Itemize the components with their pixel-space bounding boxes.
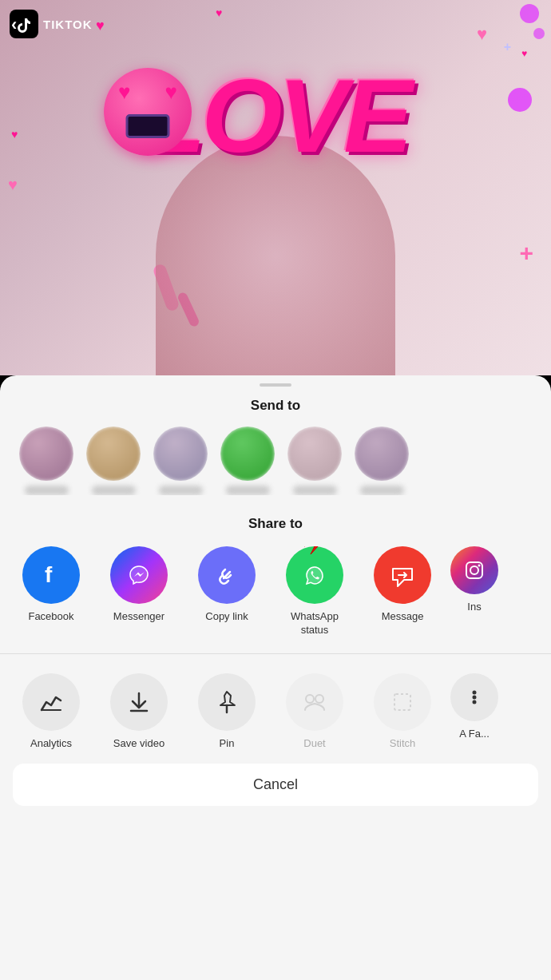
messenger-icon bbox=[110, 546, 168, 604]
contact-avatar-4 bbox=[220, 427, 275, 481]
share-app-messenger[interactable]: Messenger bbox=[99, 546, 179, 624]
duet-icon bbox=[300, 688, 329, 716]
facebook-icon: f bbox=[22, 546, 80, 604]
action-stitch: Stitch bbox=[363, 673, 442, 749]
contact-avatar-1 bbox=[19, 427, 73, 481]
svg-text:f: f bbox=[45, 562, 53, 587]
heart-decoration-6: ♥ bbox=[8, 176, 18, 194]
message-icon bbox=[374, 546, 431, 604]
contact-item-6[interactable] bbox=[355, 427, 409, 495]
plus-decoration-1: + bbox=[519, 240, 533, 267]
contact-avatar-2 bbox=[86, 427, 141, 481]
contact-item-4[interactable] bbox=[220, 427, 275, 495]
contacts-row bbox=[16, 427, 535, 495]
cancel-button[interactable]: Cancel bbox=[13, 764, 538, 806]
back-button[interactable]: ‹ bbox=[11, 14, 17, 35]
actions-row: Analytics Save video bbox=[0, 673, 551, 749]
heart-decoration-3: ♥ bbox=[477, 24, 487, 45]
share-to-title: Share to bbox=[0, 516, 551, 532]
copylink-icon bbox=[198, 546, 256, 604]
stitch-icon bbox=[388, 688, 417, 716]
video-background: TIKTOK ‹ ♥ ♥ ♥ ♥ ♥ ♥ + + LOVE ♥ ♥ bbox=[0, 0, 551, 375]
emoji-face: ♥ ♥ bbox=[104, 68, 192, 156]
contact-name-5 bbox=[293, 486, 337, 495]
svg-point-14 bbox=[473, 700, 477, 704]
facebook-label: Facebook bbox=[28, 610, 73, 624]
send-to-title: Send to bbox=[16, 398, 535, 414]
more-icon bbox=[463, 686, 486, 708]
contact-avatar-3 bbox=[153, 427, 208, 481]
svg-point-13 bbox=[473, 695, 477, 699]
heart-decoration-5: ♥ bbox=[11, 128, 18, 141]
svg-point-10 bbox=[315, 695, 323, 703]
share-app-message[interactable]: Message bbox=[363, 546, 442, 624]
action-savevideo[interactable]: Save video bbox=[99, 673, 179, 749]
svg-point-3 bbox=[470, 566, 478, 574]
emoji-mouth bbox=[126, 114, 170, 138]
emoji-heart-right: ♥ bbox=[165, 80, 177, 105]
heart-decoration-4: ♥ bbox=[521, 48, 527, 59]
svg-point-9 bbox=[306, 695, 314, 703]
tiktok-header: TIKTOK bbox=[10, 10, 93, 38]
emoji-heart-left: ♥ bbox=[118, 80, 130, 105]
plus-decoration-2: + bbox=[504, 40, 511, 54]
pin-icon bbox=[212, 688, 241, 716]
action-pin[interactable]: Pin bbox=[187, 673, 267, 749]
red-arrow-icon bbox=[287, 546, 343, 556]
love-text-overlay: LOVE bbox=[0, 64, 551, 168]
duet-icon-circle bbox=[286, 673, 343, 731]
contact-item-3[interactable] bbox=[153, 427, 208, 495]
contact-name-1 bbox=[25, 486, 69, 495]
blob-decoration-1 bbox=[520, 4, 539, 23]
savevideo-icon bbox=[125, 688, 153, 716]
bottom-sheet: Send to bbox=[0, 375, 551, 980]
contact-item-1[interactable] bbox=[19, 427, 73, 495]
contact-name-6 bbox=[360, 486, 404, 495]
messenger-label: Messenger bbox=[113, 610, 165, 624]
share-app-whatsapp[interactable]: WhatsAppstatus bbox=[275, 546, 355, 637]
send-to-section: Send to bbox=[0, 387, 551, 503]
contact-item-2[interactable] bbox=[86, 427, 141, 495]
action-more[interactable]: A Fa... bbox=[450, 673, 498, 740]
svg-point-4 bbox=[478, 565, 481, 567]
share-apps-row: f Facebook Messenger bbox=[0, 546, 551, 637]
whatsapp-label: WhatsAppstatus bbox=[291, 610, 339, 637]
duet-label: Duet bbox=[303, 737, 325, 749]
savevideo-icon-circle bbox=[110, 673, 168, 731]
cancel-section: Cancel bbox=[0, 764, 551, 819]
svg-marker-1 bbox=[393, 569, 412, 586]
pin-icon-circle bbox=[198, 673, 256, 731]
contact-avatar-6 bbox=[355, 427, 409, 481]
instagram-icon bbox=[450, 546, 498, 594]
heart-decoration-2: ♥ bbox=[216, 6, 222, 19]
instagram-label: Ins bbox=[467, 601, 481, 614]
stitch-label: Stitch bbox=[390, 737, 416, 749]
analytics-icon-circle bbox=[22, 673, 80, 731]
blob-decoration-2 bbox=[533, 28, 545, 39]
section-divider bbox=[0, 653, 551, 654]
more-label: A Fa... bbox=[459, 728, 490, 740]
svg-rect-11 bbox=[394, 694, 410, 710]
share-to-section: Share to f Facebook bbox=[0, 503, 551, 647]
actions-section: Analytics Save video bbox=[0, 661, 551, 757]
share-app-facebook[interactable]: f Facebook bbox=[11, 546, 91, 624]
action-duet: Duet bbox=[275, 673, 355, 749]
copylink-label: Copy link bbox=[205, 610, 248, 624]
contact-name-4 bbox=[226, 486, 270, 495]
analytics-label: Analytics bbox=[30, 737, 72, 749]
contact-item-5[interactable] bbox=[287, 427, 342, 495]
share-app-copylink[interactable]: Copy link bbox=[187, 546, 267, 624]
svg-point-12 bbox=[473, 690, 477, 694]
contact-avatar-5 bbox=[287, 427, 342, 481]
contact-name-3 bbox=[159, 486, 203, 495]
red-arrow-container bbox=[287, 546, 343, 556]
message-label: Message bbox=[382, 610, 424, 624]
stitch-icon-circle bbox=[374, 673, 431, 731]
action-analytics[interactable]: Analytics bbox=[11, 673, 91, 749]
share-app-instagram[interactable]: Ins bbox=[450, 546, 498, 614]
heart-decoration-1: ♥ bbox=[96, 18, 105, 34]
more-icon-circle bbox=[450, 673, 498, 721]
analytics-icon bbox=[37, 688, 65, 716]
savevideo-label: Save video bbox=[113, 737, 165, 749]
contact-name-2 bbox=[92, 486, 136, 495]
